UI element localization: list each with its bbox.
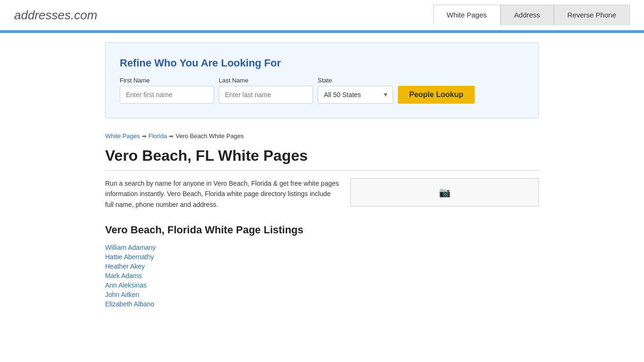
search-fields: First Name Last Name State All 50 States… (120, 77, 524, 104)
breadcrumb-florida[interactable]: Florida (149, 132, 167, 140)
list-item: William Adamany (105, 244, 539, 251)
listing-link[interactable]: Heather Akey (105, 263, 145, 270)
main-content: Refine Who You Are Looking For First Nam… (96, 33, 548, 317)
description-text: Run a search by name for anyone in Vero … (105, 178, 341, 210)
state-label: State (318, 77, 393, 84)
breadcrumb-arrow-1: ➡ (142, 133, 147, 140)
breadcrumb-white-pages[interactable]: White Pages (105, 132, 140, 140)
site-logo: addresses.com (14, 8, 97, 23)
list-item: Heather Akey (105, 263, 539, 270)
ad-placeholder: 📷 (350, 178, 539, 206)
breadcrumb: White Pages ➡ Florida ➡ Vero Beach White… (105, 132, 539, 140)
list-item: Hattie Abernathy (105, 253, 539, 261)
breadcrumb-current: Vero Beach White Pages (175, 132, 244, 140)
first-name-label: First Name (120, 77, 214, 84)
listing-link[interactable]: Mark Adams (105, 272, 142, 280)
last-name-label: Last Name (219, 77, 313, 84)
state-select[interactable]: All 50 States Alabama Alaska Arizona Ark… (318, 86, 393, 104)
listings-list: William Adamany Hattie Abernathy Heather… (105, 244, 539, 308)
last-name-input[interactable] (219, 86, 313, 104)
last-name-group: Last Name (219, 77, 313, 104)
state-select-group: State All 50 States Alabama Alaska Arizo… (318, 77, 393, 104)
listings-title: Vero Beach, Florida White Page Listings (105, 224, 539, 236)
state-select-wrapper: All 50 States Alabama Alaska Arizona Ark… (318, 86, 393, 104)
listing-link[interactable]: Hattie Abernathy (105, 253, 154, 261)
list-item: Mark Adams (105, 272, 539, 280)
nav-tab-reverse-phone[interactable]: Reverse Phone (554, 5, 630, 25)
listing-link[interactable]: Ann Aleksinas (105, 281, 147, 289)
search-box: Refine Who You Are Looking For First Nam… (105, 42, 539, 118)
page-title: Vero Beach, FL White Pages (105, 147, 539, 165)
header: addresses.com White Pages Address Revers… (0, 0, 644, 32)
first-name-group: First Name (120, 77, 214, 104)
description-area: Run a search by name for anyone in Vero … (105, 178, 539, 210)
list-item: Elizabeth Albano (105, 300, 539, 308)
divider (105, 170, 539, 171)
search-title: Refine Who You Are Looking For (120, 57, 524, 69)
ad-image-icon: 📷 (439, 187, 451, 198)
people-lookup-button[interactable]: People Lookup (398, 86, 475, 104)
nav-tab-address[interactable]: Address (501, 5, 554, 25)
listing-link[interactable]: William Adamany (105, 244, 156, 251)
first-name-input[interactable] (120, 86, 214, 104)
list-item: John Aitken (105, 291, 539, 298)
listing-link[interactable]: Elizabeth Albano (105, 300, 154, 308)
breadcrumb-arrow-2: ➡ (169, 133, 173, 140)
nav-tab-white-pages[interactable]: White Pages (433, 5, 501, 25)
nav-tabs: White Pages Address Reverse Phone (433, 5, 630, 25)
listing-link[interactable]: John Aitken (105, 291, 139, 298)
list-item: Ann Aleksinas (105, 281, 539, 289)
